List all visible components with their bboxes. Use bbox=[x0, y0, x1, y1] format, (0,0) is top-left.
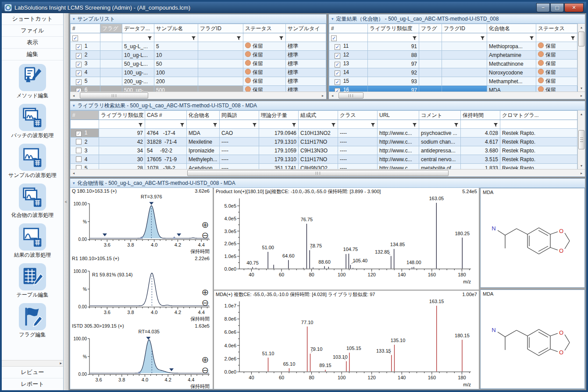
filter-funnel-icon[interactable] bbox=[191, 36, 196, 41]
filter-funnel-icon[interactable] bbox=[570, 36, 575, 41]
zoom-out-button[interactable]: ⊖ bbox=[201, 231, 210, 240]
row-checkbox[interactable] bbox=[76, 165, 82, 170]
scroll-track[interactable] bbox=[77, 92, 319, 99]
sidebar-tool-結果の波形処理[interactable]: 結果の波形処理 bbox=[2, 223, 63, 259]
filter-cell[interactable] bbox=[71, 120, 99, 129]
table-row[interactable]: 43017605 -71-9Methyleph...----179.1310C1… bbox=[71, 155, 577, 164]
table-row[interactable]: ✓ 1593Methamphet...保留 bbox=[329, 77, 577, 86]
scroll-thumb[interactable] bbox=[80, 92, 149, 99]
row-checkbox[interactable]: ✓ bbox=[76, 71, 82, 76]
zoom-in-button[interactable]: ⊕ bbox=[201, 355, 210, 364]
column-header[interactable]: # bbox=[71, 24, 100, 33]
collapse-triangle-icon[interactable]: ▾ bbox=[331, 17, 334, 21]
scroll-left-button[interactable]: ◂ bbox=[329, 92, 336, 99]
filter-funnel-icon[interactable] bbox=[493, 123, 498, 127]
row-checkbox[interactable] bbox=[76, 156, 82, 162]
filter-funnel-icon[interactable] bbox=[279, 36, 284, 41]
scroll-track[interactable] bbox=[578, 31, 585, 85]
maximize-button[interactable]: ▢ bbox=[550, 3, 564, 12]
filter-cell[interactable] bbox=[286, 33, 326, 42]
scroll-right-button[interactable]: ▸ bbox=[319, 92, 326, 99]
column-header[interactable]: 組成式 bbox=[299, 111, 338, 120]
table-row[interactable]: ✓ 1974764 -17-4MDACAO179.0946C10H13NO2--… bbox=[71, 129, 577, 138]
filter-cell[interactable] bbox=[145, 120, 187, 129]
collapse-triangle-icon[interactable]: ▾ bbox=[73, 103, 75, 108]
sidebar-item-report[interactable]: レポート bbox=[2, 378, 63, 390]
zoom-in-button[interactable]: ⊕ bbox=[201, 288, 210, 297]
filter-funnel-icon[interactable] bbox=[138, 123, 143, 127]
filter-funnel-icon[interactable] bbox=[213, 123, 217, 127]
filter-cell[interactable] bbox=[259, 120, 299, 129]
zoom-out-button[interactable]: ⊖ bbox=[201, 366, 210, 374]
scroll-track[interactable] bbox=[77, 170, 578, 177]
column-header[interactable]: フラグID bbox=[198, 24, 243, 33]
row-checkbox[interactable] bbox=[76, 148, 82, 153]
scroll-track[interactable] bbox=[578, 117, 585, 162]
filter-funnel-icon[interactable] bbox=[454, 123, 459, 127]
vertical-scrollbar[interactable]: ▴▾ bbox=[577, 110, 585, 169]
filter-cell[interactable] bbox=[243, 33, 286, 42]
filter-cell[interactable] bbox=[338, 120, 378, 129]
table-row[interactable]: ✓ 350_ug-L...50保留標準 bbox=[71, 60, 326, 68]
filter-cell[interactable] bbox=[378, 120, 419, 129]
sidebar-tool-メソッド編集[interactable]: メソッド編集 bbox=[2, 64, 63, 99]
table-row[interactable]: ✓ 1288Amphetamine保留 bbox=[329, 51, 577, 60]
filter-cell[interactable] bbox=[442, 33, 487, 42]
sidebar-item-review[interactable]: レビュー bbox=[2, 367, 63, 378]
minimize-button[interactable]: – bbox=[536, 3, 550, 12]
sidebar-item-shortcut[interactable]: ショートカット bbox=[2, 13, 63, 25]
filter-cell[interactable] bbox=[536, 33, 577, 42]
filter-funnel-icon[interactable] bbox=[147, 36, 152, 41]
row-checkbox[interactable]: ✓ bbox=[335, 71, 340, 76]
filter-cell[interactable] bbox=[419, 33, 442, 42]
collapse-triangle-icon[interactable]: ▾ bbox=[73, 17, 75, 21]
row-checkbox[interactable]: ✓ bbox=[335, 53, 340, 59]
column-header[interactable]: クロマトグラ... bbox=[500, 111, 577, 120]
title-bar[interactable]: LabSolutions Insight LCMS Screening (Adm… bbox=[2, 2, 586, 13]
row-checkbox[interactable]: ✓ bbox=[335, 88, 340, 92]
table-row[interactable]: ✓ 1492Noroxycodone保留 bbox=[329, 68, 577, 77]
filter-funnel-icon[interactable] bbox=[180, 123, 185, 127]
filter-cell[interactable] bbox=[487, 33, 536, 42]
horizontal-scrollbar[interactable]: ◂▸ bbox=[70, 169, 585, 177]
table-row[interactable]: ✓ 210_ug-L...10保留標準 bbox=[71, 51, 326, 60]
table-row[interactable]: ✓ 15_ug-L_...5保留標準 bbox=[71, 42, 326, 51]
sidebar-tool-化合物の波形処理[interactable]: 化合物の波形処理 bbox=[2, 184, 63, 219]
filter-cell[interactable] bbox=[154, 33, 198, 42]
table-row[interactable]: 5281078 -38-2Acetylison...----351.1741C8… bbox=[71, 164, 577, 170]
row-checkbox[interactable]: ✓ bbox=[335, 62, 340, 67]
horizontal-scrollbar[interactable]: ◂▸ bbox=[329, 92, 585, 99]
sidebar-tool-テーブル編集[interactable]: テーブル編集 bbox=[2, 263, 63, 299]
sidebar-pager[interactable]: ▸ bbox=[2, 360, 63, 367]
filter-cell[interactable] bbox=[122, 33, 154, 42]
column-header[interactable]: 化合物名 bbox=[187, 111, 220, 120]
close-button[interactable]: ✕ bbox=[564, 3, 584, 12]
row-checkbox[interactable]: ✓ bbox=[76, 53, 82, 59]
sidebar-collapse-strip[interactable]: < bbox=[64, 13, 69, 390]
filter-cell[interactable] bbox=[368, 33, 419, 42]
sample-list-header[interactable]: ▾ サンプルリスト bbox=[70, 14, 326, 24]
zoom-in-button[interactable]: ⊕ bbox=[201, 220, 210, 229]
filter-cell[interactable]: ✓ bbox=[329, 33, 368, 42]
sidebar-tool-バッチの波形処理[interactable]: バッチの波形処理 bbox=[2, 104, 63, 139]
scroll-right-button[interactable]: ▸ bbox=[578, 170, 585, 177]
sidebar-item-view[interactable]: 表示 bbox=[2, 37, 63, 49]
filter-cell[interactable] bbox=[500, 120, 577, 129]
filter-funnel-icon[interactable] bbox=[480, 36, 485, 41]
row-checkbox[interactable]: ✓ bbox=[76, 62, 82, 67]
table-row[interactable]: ✓ 1397Methcathinone保留 bbox=[329, 60, 577, 68]
table-row[interactable]: ✓ 4100_ug-...100保留標準 bbox=[71, 68, 326, 77]
scroll-thumb[interactable] bbox=[339, 92, 363, 99]
column-header[interactable]: URL bbox=[378, 111, 419, 120]
scroll-left-button[interactable]: ◂ bbox=[70, 170, 77, 177]
filter-cell[interactable] bbox=[100, 33, 122, 42]
row-checkbox[interactable]: ✓ bbox=[331, 35, 337, 41]
filter-funnel-icon[interactable] bbox=[252, 123, 257, 127]
column-header[interactable]: コメント bbox=[419, 111, 461, 120]
filter-funnel-icon[interactable] bbox=[412, 123, 417, 127]
column-header[interactable]: # bbox=[329, 24, 368, 33]
filter-funnel-icon[interactable] bbox=[331, 123, 336, 127]
column-header[interactable]: フラグ bbox=[419, 24, 442, 33]
table-row[interactable]: ✓ 1191Methiopropa...保留 bbox=[329, 42, 577, 51]
horizontal-scrollbar[interactable]: ◂▸ bbox=[70, 92, 326, 99]
